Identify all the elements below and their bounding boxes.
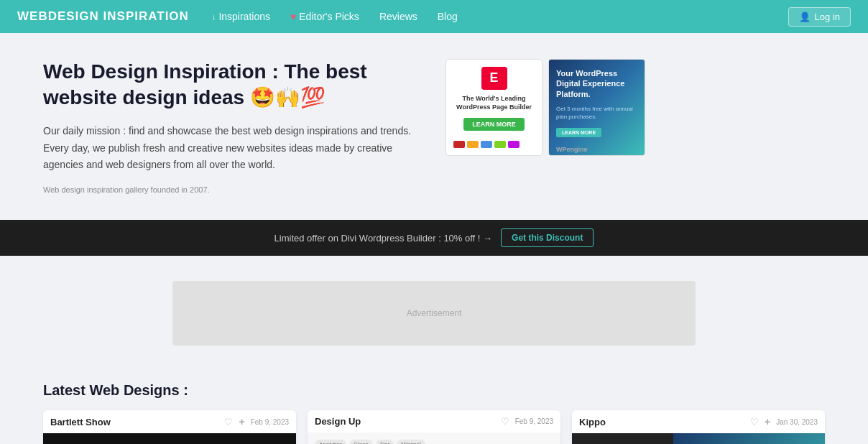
promo-cta-button[interactable]: Get this Discount: [501, 228, 594, 247]
color-block-blue: [481, 141, 492, 148]
hero-title: Web Design Inspiration : The best websit…: [43, 59, 417, 111]
card-image-kippo[interactable]: GOV ⚙: [572, 433, 825, 444]
designup-tag-minimal: Minimal: [397, 440, 425, 444]
promo-text: Limited offer on Divi Wordpress Builder …: [274, 233, 492, 244]
card-actions-bartlett: ♡ + Feb 9, 2023: [224, 416, 289, 427]
design-card-designup: Design Up ♡ Feb 9, 2023 Analytics Clean …: [308, 410, 560, 444]
ad-wp-title: Your WordPress Digital Experience Platfo…: [556, 68, 637, 99]
kippo-preview: ⚙: [673, 433, 825, 444]
color-block-green: [494, 141, 506, 148]
latest-title: Latest Web Designs :: [43, 382, 825, 399]
ad-elementor[interactable]: E The World's Leading WordPress Page Bui…: [445, 59, 542, 156]
card-heart-designup[interactable]: ♡: [501, 416, 509, 427]
card-title-bartlett: Bartlett Show: [50, 417, 111, 427]
designup-tag-analytics: Analytics: [315, 440, 346, 444]
ad-wpengine[interactable]: Your WordPress Digital Experience Platfo…: [548, 59, 645, 156]
card-title-designup: Design Up: [315, 416, 361, 427]
ad-elementor-footer: [453, 137, 535, 148]
promo-bar: Limited offer on Divi Wordpress Builder …: [0, 220, 868, 256]
card-image-bartlett[interactable]: B ANIMATION: [43, 433, 296, 444]
ad-wp-sub: Get 3 months free with annual plan purch…: [556, 105, 637, 121]
hero-section: Web Design Inspiration : The best websit…: [0, 33, 868, 220]
chevron-down-icon: ↓: [212, 12, 216, 21]
card-plus-bartlett[interactable]: +: [239, 416, 244, 427]
designup-tag-flat: Flat: [376, 440, 394, 444]
card-header-kippo: Kippo ♡ + Jan 30, 2023: [572, 410, 825, 433]
card-date-designup: Feb 9, 2023: [515, 417, 553, 425]
hero-text: Web Design Inspiration : The best websit…: [43, 59, 417, 194]
card-title-kippo: Kippo: [579, 417, 606, 427]
nav-blog[interactable]: Blog: [438, 11, 458, 22]
card-date-kippo: Jan 30, 2023: [776, 418, 818, 426]
hero-description: Our daily mission : find and showcase th…: [43, 123, 417, 174]
hero-founded: Web design inspiration gallery founded i…: [43, 185, 417, 194]
nav-inspirations[interactable]: ↓ Inspirations: [212, 11, 270, 22]
nav-editors-picks[interactable]: ♥ Editor's Picks: [290, 11, 359, 22]
login-button[interactable]: 👤 Log in: [788, 7, 851, 27]
color-block-orange: [467, 141, 479, 148]
elementor-logo: E: [481, 67, 507, 90]
card-image-designup[interactable]: Analytics Clean Flat Minimal: [308, 433, 560, 444]
user-icon: 👤: [799, 11, 811, 22]
ad-area: Advertisement: [0, 256, 868, 371]
site-logo[interactable]: WEBDESIGN INSPIRATION: [17, 9, 189, 24]
nav-reviews[interactable]: Reviews: [379, 11, 417, 22]
design-cards-grid: Bartlett Show ♡ + Feb 9, 2023 B ANIMATIO…: [43, 410, 825, 444]
designup-tag-clean: Clean: [349, 440, 373, 444]
color-block-red: [453, 141, 465, 148]
ad-wp-cta[interactable]: LEARN MORE: [556, 128, 601, 137]
latest-section: Latest Web Designs : Bartlett Show ♡ + F…: [0, 371, 868, 444]
ad-wpengine-inner: Your WordPress Digital Experience Platfo…: [549, 60, 645, 155]
heart-icon: ♥: [290, 11, 296, 22]
card-header-bartlett: Bartlett Show ♡ + Feb 9, 2023: [43, 410, 296, 433]
design-card-bartlett: Bartlett Show ♡ + Feb 9, 2023 B ANIMATIO…: [43, 410, 296, 444]
card-heart-kippo[interactable]: ♡: [750, 417, 759, 427]
bartlett-logo: B: [50, 440, 62, 444]
card-date-bartlett: Feb 9, 2023: [251, 418, 289, 426]
card-header-designup: Design Up ♡ Feb 9, 2023: [308, 410, 560, 433]
ad-placeholder-text: Advertisement: [407, 308, 462, 318]
card-plus-kippo[interactable]: +: [765, 416, 770, 427]
card-heart-bartlett[interactable]: ♡: [224, 417, 233, 427]
nav-links: ↓ Inspirations ♥ Editor's Picks Reviews …: [212, 11, 788, 22]
main-nav: WEBDESIGN INSPIRATION ↓ Inspirations ♥ E…: [0, 0, 868, 33]
color-blocks: [453, 141, 535, 148]
banner-ad: Advertisement: [172, 281, 696, 346]
color-block-purple: [508, 141, 520, 148]
card-actions-kippo: ♡ + Jan 30, 2023: [750, 416, 818, 427]
designup-tag-list: Analytics Clean Flat Minimal: [315, 440, 425, 444]
card-actions-designup: ♡ Feb 9, 2023: [501, 416, 553, 427]
wpengine-logo: WPengine: [556, 146, 588, 153]
ad-elementor-cta[interactable]: LEARN MORE: [463, 118, 525, 131]
design-card-kippo: Kippo ♡ + Jan 30, 2023 GOV ⚙: [572, 410, 825, 444]
hero-ads: E The World's Leading WordPress Page Bui…: [445, 59, 645, 156]
ad-elementor-text: The World's Leading WordPress Page Build…: [453, 94, 535, 112]
